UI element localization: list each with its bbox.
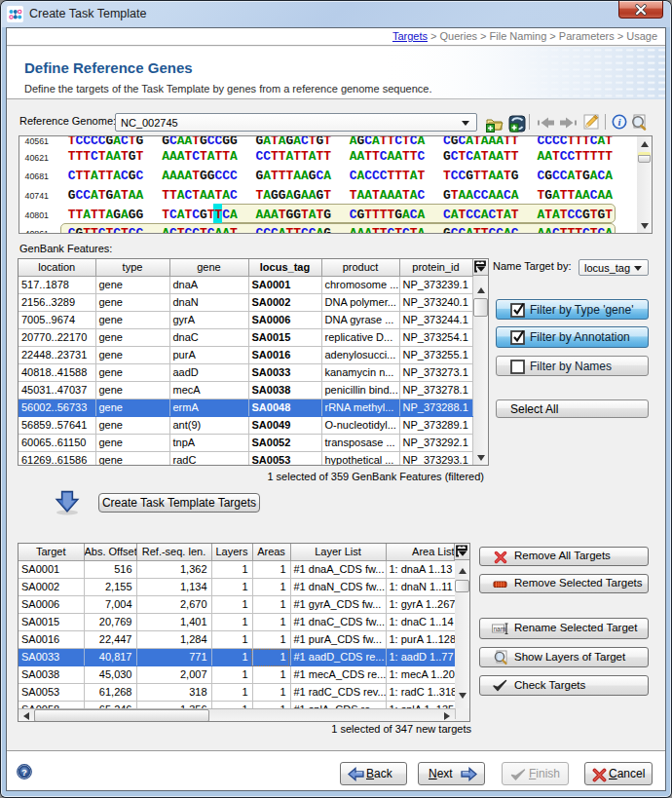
svg-text:?: ? — [21, 767, 27, 778]
svg-text:nam: nam — [494, 626, 506, 632]
